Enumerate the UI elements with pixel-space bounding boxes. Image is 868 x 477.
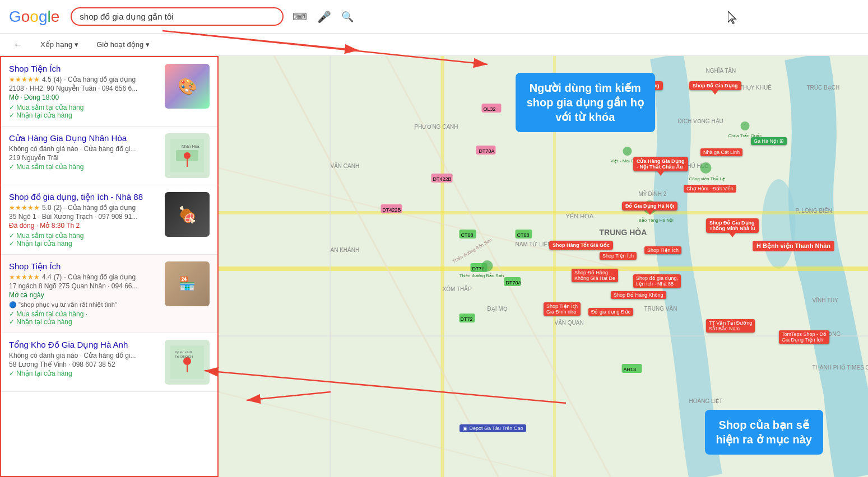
listing-name: Shop Tiện Ích [9, 64, 159, 74]
pin-label-green: Ga Hà Nội ⊞ [751, 137, 787, 145]
svg-point-13 [762, 179, 796, 269]
search-input[interactable] [80, 12, 248, 21]
listing-text: Tổng Kho Đồ Gia Dụng Hà Anh Không có đán… [9, 340, 159, 385]
category: Không có đánh giá nào · Cửa hàng đồ gi..… [9, 145, 136, 153]
pin-label: Shop Đồ Gia Dụng [689, 81, 741, 90]
rating-count: (7) [54, 273, 62, 281]
map-pin[interactable]: Đồ Gia Dụng Hà Nội [622, 202, 677, 215]
rating-value: 4.5 [42, 76, 52, 83]
pin-label: Shop Tiện Ích [600, 252, 637, 260]
hours-button[interactable]: Giờ hoạt động ▾ [92, 38, 154, 51]
svg-text:Ký túc xá N: Ký túc xá N [175, 350, 192, 354]
svg-text:Bảo Tàng Hà Nội: Bảo Tàng Hà Nội [639, 217, 674, 223]
sidebar[interactable]: Shop Tiện Ích ★★★★★ 4.5 (4) · Cửa hàng đ… [0, 56, 219, 477]
pin-hospital: H Bệnh viện Thanh Nhàn [753, 241, 834, 251]
map-pin-ga[interactable]: Ga Hà Nội ⊞ [751, 137, 787, 145]
svg-text:TRUNG VĂN: TRUNG VĂN [644, 305, 677, 312]
listing-item[interactable]: Shop Tiện Ích ★★★★★ 4.5 (4) · Cửa hàng đ… [1, 57, 217, 127]
main-layout: Shop Tiện Ích ★★★★★ 4.5 (4) · Cửa hàng đ… [0, 56, 868, 477]
category: · Cửa hàng đồ gia dụng [64, 273, 136, 281]
listing-name: Tổng Kho Đồ Gia Dụng Hà Anh [9, 340, 159, 350]
back-button[interactable]: ← [9, 38, 27, 52]
pin-label: Chợ Hôm · Đức Viên [684, 185, 736, 193]
listing-quote: 🔵 "shop phục vụ tư vấn rất nhiệt tình" [9, 301, 159, 308]
svg-text:Tri, ĐHQGH: Tri, ĐHQGH [175, 355, 193, 358]
listing-image: Nhân Hòa [165, 133, 210, 178]
svg-text:DT72: DT72 [461, 316, 473, 322]
listing-rating: ★★★★★ 4.4 (7) · Cửa hàng đồ gia dụng [9, 273, 159, 281]
pin-label: Đồ Gia Dụng Hà Nội [622, 202, 677, 211]
sort-button[interactable]: Xếp hạng ▾ [36, 38, 83, 51]
search-button[interactable]: 🔍 [339, 8, 356, 25]
svg-text:Công viên Thủ Lệ: Công viên Thủ Lệ [689, 176, 725, 181]
map-pin-depot[interactable]: ▣ Depot Ga Tàu Trên Cao [459, 424, 526, 432]
pin-label: TT Vận Tải ĐườngSắt Bắc Nam [706, 319, 755, 333]
svg-text:YÊN HÒA: YÊN HÒA [566, 213, 594, 219]
hours-chevron-icon: ▾ [146, 40, 150, 49]
hours-label: Giờ hoạt động [96, 40, 143, 49]
svg-text:TRUNG HÒA: TRUNG HÒA [600, 227, 647, 237]
stars: ★★★★★ [9, 273, 40, 281]
pin-label: Cửa Hàng Gia Dụng- Nội Thất Châu Âu [633, 157, 688, 171]
map-pin[interactable]: Shop Đồ Hàng Không [611, 291, 666, 299]
listing-address: 58 Lương Thế Vinh · 098 607 38 52 [9, 361, 159, 368]
mic-button[interactable]: 🎤 [315, 8, 333, 26]
map-pin-hospital[interactable]: H Bệnh viện Thanh Nhàn [753, 241, 834, 251]
rating-value: 4.4 [42, 273, 52, 281]
svg-point-8 [183, 357, 191, 365]
svg-text:CT08: CT08 [517, 232, 530, 238]
quote-icon: 🔵 [9, 301, 17, 308]
keyboard-icon: ⌨ [293, 11, 307, 23]
map-pin[interactable]: Shop Đồ Gia DụngThống Minh Nhà lu [706, 218, 759, 237]
stars: ★★★★★ [9, 204, 40, 212]
svg-text:THỤY KHUÊ: THỤY KHUÊ [740, 84, 772, 91]
listing-name: Cửa Hàng Gia Dụng Nhân Hòa [9, 133, 159, 143]
map-pin[interactable]: Chợ Hôm · Đức Viên [684, 185, 736, 193]
listing-item[interactable]: Shop đồ gia dụng, tiện ích - Nhà 88 ★★★★… [1, 185, 217, 255]
svg-text:HOÀNG LIỆT: HOÀNG LIỆT [689, 398, 723, 404]
map-area[interactable]: TRUNG HÒA YÊN HÒA MỸ ĐÌNH 2 NAM TỪ LIÊM … [219, 56, 868, 477]
svg-text:VÂN QUÁN: VÂN QUÁN [555, 319, 584, 326]
pin-label-blue: ▣ Depot Ga Tàu Trên Cao [459, 424, 526, 432]
pin-tail [657, 171, 664, 176]
svg-text:VÂN CANH: VÂN CANH [331, 162, 360, 169]
listing-address: 2108 · HH2, 90 Nguyễn Tuân · 094 656 6..… [9, 85, 159, 92]
svg-text:Nhân Hòa: Nhân Hòa [182, 144, 199, 148]
svg-text:CT08: CT08 [461, 232, 474, 238]
listing-text: Shop Tiện Ích ★★★★★ 4.4 (7) · Cửa hàng đ… [9, 261, 159, 326]
action-buy: ✓ Mua sắm tại cửa hàng [9, 104, 159, 111]
map-pin[interactable]: Shop Tiện ÍchGia Đình nhỏ [544, 302, 581, 316]
listing-actions: ✓ Mua sắm tại cửa hàng ✓ Nhận tại cửa hà… [9, 232, 159, 247]
listing-item[interactable]: Shop Tiện Ích ★★★★★ 4.4 (7) · Cửa hàng đ… [1, 255, 217, 333]
pin-label: Shop Tiện Ích [644, 246, 681, 254]
svg-text:P. LONG BIÊN: P. LONG BIÊN [796, 207, 832, 214]
map-pin[interactable]: Shop Đồ HàngKhông Giá Hat De [572, 269, 618, 282]
map-pin[interactable]: Nhà ga Cát Linh [700, 148, 742, 156]
map-pin[interactable]: Cửa Hàng Gia Dụng- Nội Thất Châu Âu [633, 157, 688, 176]
listing-hours: Đã đóng · Mở 8:30 Th 2 [9, 222, 159, 230]
map-pin[interactable]: Shop Tiện Ích [644, 246, 681, 254]
listing-rating: ★★★★★ 5.0 (2) · Cửa hàng đồ gia dụng [9, 204, 159, 212]
listing-actions: ✓ Mua sắm tại cửa hàng · ✓ Nhận tại cửa … [9, 310, 159, 326]
search-icons: ⌨ 🎤 🔍 [290, 8, 356, 26]
map-pin[interactable]: Shop Đồ Gia Dụng [689, 81, 741, 95]
search-box[interactable] [71, 7, 284, 26]
action-buy: ✓ Mua sắm tại cửa hàng · [9, 310, 159, 318]
svg-text:DT422B: DT422B [383, 207, 401, 213]
svg-point-74 [741, 121, 750, 130]
svg-text:DỊCH VỌNG HẬU: DỊCH VỌNG HẬU [678, 118, 723, 124]
listing-item[interactable]: Cửa Hàng Gia Dụng Nhân Hòa Không có đánh… [1, 127, 217, 185]
listing-rating: Không có đánh giá nào · Cửa hàng đồ gi..… [9, 352, 159, 359]
map-pin[interactable]: TomTeps Shop - ĐồGia Dụng Tiện Ích [779, 330, 829, 344]
map-pin[interactable]: TT Vận Tải ĐườngSắt Bắc Nam [706, 319, 755, 333]
map-pin[interactable]: Shop Hàng Tốt Giá Gốc [549, 241, 613, 250]
map-pin[interactable]: Shop Tiện Ích [600, 252, 637, 260]
svg-point-76 [623, 147, 632, 156]
pin-tail [647, 211, 653, 215]
map-pin[interactable]: Đồ gia dụng Đức [588, 308, 633, 316]
map-pin[interactable]: Shop đồ gia dụng,tiện ích - Nhà 88 [633, 274, 681, 288]
listing-item[interactable]: Tổng Kho Đồ Gia Dụng Hà Anh Không có đán… [1, 333, 217, 392]
search-icon: 🔍 [341, 11, 354, 23]
svg-text:DT422B: DT422B [433, 176, 452, 182]
keyboard-button[interactable]: ⌨ [290, 8, 309, 25]
